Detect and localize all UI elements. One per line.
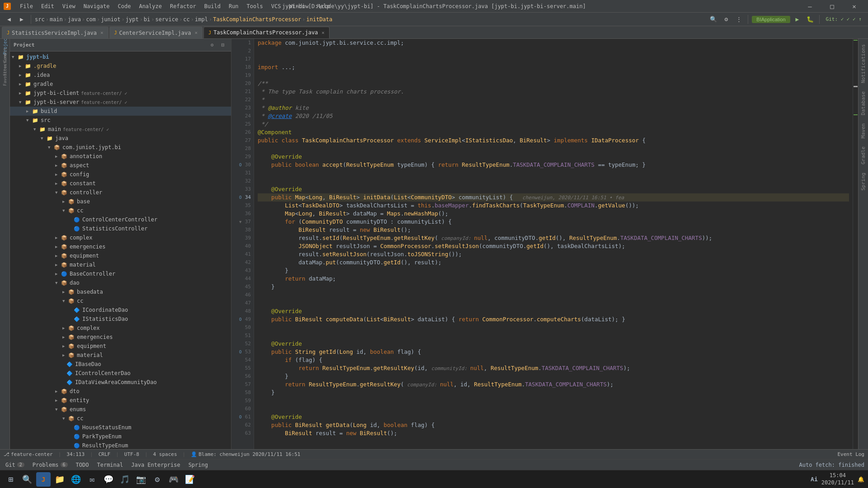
tree-item-cc-ctrl[interactable]: ▼ 📦 cc <box>10 206 231 215</box>
menu-refactor[interactable]: Refactor <box>166 2 200 10</box>
tree-item-material-dao[interactable]: ▶ 📦 material <box>10 351 231 360</box>
tree-item-aspect[interactable]: ▶ 📦 aspect <box>10 161 231 170</box>
status-git[interactable]: ⎇ feature-center <box>4 451 53 457</box>
tree-item-parktype[interactable]: 🔵 ParkTypeEnum <box>10 432 231 441</box>
music-taskbar[interactable]: 🎵 <box>118 472 132 487</box>
tab-statistics[interactable]: J StatisticsServiceImpl.java × <box>2 27 108 38</box>
minimize-button[interactable]: — <box>800 0 820 12</box>
tree-item-src[interactable]: ▼ 📁 src <box>10 116 231 125</box>
tab-close-2[interactable]: × <box>194 30 198 36</box>
gutter-mark-1[interactable] <box>854 40 858 41</box>
forward-button[interactable]: ▶ <box>16 14 27 25</box>
tab-center[interactable]: J CenterServiceImpl.java × <box>109 27 203 38</box>
settings-button[interactable]: ⚙ <box>721 14 731 25</box>
gradle-panel[interactable]: Gradle <box>859 143 867 168</box>
breadcrumb-impl[interactable]: impl <box>195 16 208 23</box>
explorer-taskbar[interactable]: 📁 <box>52 472 67 487</box>
tree-item-gradle2[interactable]: ▶ 📁 gradle <box>10 80 231 89</box>
tree-item-dto[interactable]: ▶ 📦 dto <box>10 387 231 396</box>
breadcrumb-main[interactable]: main <box>50 16 63 23</box>
gutter-mark-current[interactable] <box>854 86 858 87</box>
tree-item-main[interactable]: ▼ 📁 main feature-center/ ✓ <box>10 125 231 134</box>
maven-panel[interactable]: Maven <box>859 120 867 142</box>
note-taskbar[interactable]: 📝 <box>183 472 197 487</box>
tree-item-icontrolcenter[interactable]: 🔷 IControlCenterDao <box>10 369 231 378</box>
tree-item-idataview[interactable]: 🔷 IDataViewAreaCommunityDao <box>10 378 231 387</box>
breadcrumb-class[interactable]: TaskComplainChartsProcessor <box>213 16 301 23</box>
breadcrumb-juniot[interactable]: juniot <box>101 16 120 23</box>
tree-item-equipment-dao[interactable]: ▶ 📦 equipment <box>10 342 231 351</box>
breadcrumb-cc[interactable]: cc <box>183 16 189 23</box>
menu-build[interactable]: Build <box>201 2 224 10</box>
run-button[interactable]: ▶ <box>792 14 803 25</box>
event-log-link[interactable]: Event Log <box>837 451 864 457</box>
tree-item-build[interactable]: ▶ 📁 build <box>10 107 231 116</box>
tree-item-enums[interactable]: ▼ 📦 enums <box>10 405 231 414</box>
todo-tab[interactable]: TODO <box>74 460 91 470</box>
tree-item-basedata[interactable]: ▶ 📦 basedata <box>10 287 231 296</box>
project-collapse-icon[interactable]: ⊟ <box>218 41 227 50</box>
tree-item-housestatus[interactable]: 🔵 HouseStatusEnum <box>10 423 231 432</box>
java-enterprise-tab[interactable]: Java Enterprise <box>129 460 182 470</box>
database-panel[interactable]: Database <box>859 88 867 119</box>
tree-item-equipment[interactable]: ▶ 📦 equipment <box>10 251 231 260</box>
game-taskbar[interactable]: 🎮 <box>166 472 181 487</box>
breadcrumb-method[interactable]: initData <box>307 16 333 23</box>
status-charset[interactable]: UTF-8 <box>124 451 139 457</box>
more-button[interactable]: ⋮ <box>733 14 744 25</box>
spring-tab[interactable]: Spring <box>187 460 210 470</box>
tree-item-gradle[interactable]: ▶ 📁 .gradle <box>10 61 231 70</box>
notifications-panel[interactable]: Notifications <box>859 41 867 87</box>
debug-button[interactable]: 🐛 <box>805 14 816 25</box>
tree-item-java[interactable]: ▼ 📁 java <box>10 134 231 143</box>
browser-taskbar[interactable]: 🌐 <box>69 472 83 487</box>
tree-item-material[interactable]: ▶ 📦 material <box>10 260 231 269</box>
gutter-mark-2[interactable] <box>854 114 858 115</box>
idea-taskbar[interactable]: J <box>36 472 51 487</box>
search-everywhere-button[interactable]: 🔍 <box>708 14 719 25</box>
status-line-ending[interactable]: CRLF <box>99 451 111 457</box>
tree-item-controller[interactable]: ▼ 📦 controller <box>10 188 231 197</box>
menu-code[interactable]: Code <box>114 2 135 10</box>
menu-view[interactable]: View <box>59 2 79 10</box>
tree-item-emergencies-dao[interactable]: ▶ 📦 emergencies <box>10 333 231 342</box>
menu-navigate[interactable]: Navigate <box>80 2 113 10</box>
ai-tray[interactable]: Ai <box>811 476 818 483</box>
search-taskbar[interactable]: 🔍 <box>20 472 34 487</box>
spring-panel[interactable]: Spring <box>859 169 867 194</box>
tree-item-emergencies[interactable]: ▶ 📦 emergencies <box>10 242 231 251</box>
status-indent[interactable]: 4 spaces <box>153 451 177 457</box>
menu-run[interactable]: Run <box>225 2 242 10</box>
chat-taskbar[interactable]: 💬 <box>101 472 116 487</box>
start-button[interactable]: ⊞ <box>4 472 18 487</box>
tree-item-resulttype[interactable]: 🔵 ResultTypeEnum <box>10 441 231 449</box>
breadcrumb-bi[interactable]: bi <box>144 16 150 23</box>
tab-task-complain[interactable]: J TaskComplainChartsProcessor.java × <box>203 27 330 38</box>
tree-item-client[interactable]: ▶ 📁 jypt-bi-client feature-center/ ✓ <box>10 89 231 98</box>
tree-item-constant[interactable]: ▶ 📦 constant <box>10 179 231 188</box>
notification-icon[interactable]: 🔔 <box>858 476 864 483</box>
tab-close-1[interactable]: × <box>100 30 104 36</box>
tree-item-controlcenter[interactable]: 🔵 ControlCenterController <box>10 215 231 224</box>
tree-item-cc-dao[interactable]: ▼ 📦 cc <box>10 296 231 305</box>
tree-item-dao[interactable]: ▼ 📦 dao <box>10 278 231 287</box>
tree-item-istatistics[interactable]: 🔷 IStatisticsDao <box>10 314 231 324</box>
tab-close-3[interactable]: × <box>321 30 325 36</box>
run-config-button[interactable]: BIApplication <box>752 16 790 23</box>
back-button[interactable]: ◀ <box>4 14 14 25</box>
terminal-tab[interactable]: Terminal <box>95 460 125 470</box>
problems-tab[interactable]: Problems 6 <box>31 460 70 470</box>
favorites-tool-icon[interactable]: Favorites <box>0 70 9 80</box>
project-gear-icon[interactable]: ⚙ <box>208 41 217 50</box>
tree-item-complex[interactable]: ▶ 📦 complex <box>10 233 231 242</box>
tree-item-complex-dao[interactable]: ▶ 📦 complex <box>10 324 231 333</box>
tree-item-com[interactable]: ▼ 📦 com.juniot.jypt.bi <box>10 143 231 152</box>
git-tab[interactable]: Git 2 <box>4 460 26 470</box>
code-content[interactable]: package com.juniot.jypt.bi.service.cc.im… <box>254 39 853 449</box>
mail-taskbar[interactable]: ✉ <box>85 472 99 487</box>
menu-file[interactable]: File <box>16 2 37 10</box>
tree-item-cc-enums[interactable]: ▼ 📦 cc <box>10 414 231 423</box>
tree-item-annotation[interactable]: ▶ 📦 annotation <box>10 152 231 161</box>
breadcrumb-service[interactable]: service <box>156 16 179 23</box>
breadcrumb-src[interactable]: src <box>35 16 45 23</box>
